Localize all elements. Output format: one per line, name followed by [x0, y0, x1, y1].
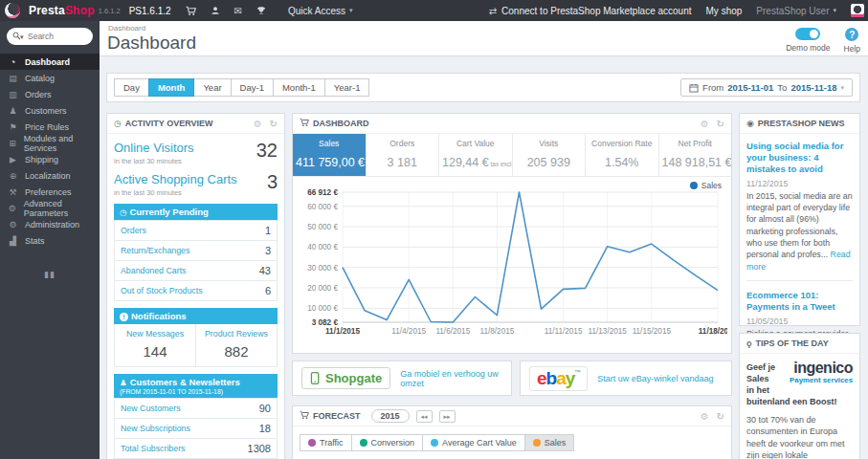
news-article-title[interactable]: Using social media for your business: 4 …	[746, 141, 853, 175]
trophy-icon[interactable]	[256, 6, 266, 15]
y-tick-label: 50 000 €	[307, 223, 338, 231]
online-visitors-stat: Online Visitors in the last 30 minutes 3…	[114, 141, 278, 165]
sidebar-item-stats[interactable]: ▟Stats	[0, 232, 100, 249]
forecast-legend-conversion[interactable]: Conversion	[351, 434, 424, 451]
tips-panel: ϙ TIPS OF THE DAY ingenico Payment servi…	[739, 333, 860, 459]
forward-button[interactable]: ▸▸	[439, 410, 456, 423]
backward-button[interactable]: ◂◂	[416, 410, 433, 423]
notification-label[interactable]: New Messages	[117, 329, 193, 339]
sidebar-item-shipping[interactable]: ▶Shipping	[0, 151, 100, 167]
date-range-button[interactable]: From 2015-11-01 To 2015-11-18 ▾	[680, 78, 853, 97]
user-avatar[interactable]	[851, 4, 864, 17]
sidebar-item-label: Stats	[25, 236, 45, 246]
sidebar-item-catalog[interactable]: ▤Catalog	[0, 70, 100, 86]
advanced-parameters-icon: ⚙	[8, 204, 17, 213]
employee-icon[interactable]	[211, 6, 220, 15]
pending-label[interactable]: Return/Exchanges	[121, 246, 189, 255]
read-more-link[interactable]: Read more	[746, 250, 851, 271]
range-button-month[interactable]: Month	[148, 78, 195, 97]
cart-icon[interactable]	[186, 6, 196, 16]
range-button-month-1[interactable]: Month-1	[273, 78, 325, 97]
demo-mode-toggle[interactable]	[795, 28, 820, 40]
refresh-icon[interactable]: ↻	[270, 119, 278, 129]
breadcrumb[interactable]: Dashboard	[108, 24, 145, 33]
range-button-year[interactable]: Year	[193, 78, 231, 97]
sidebar-item-administration[interactable]: ⚙Administration	[0, 216, 100, 232]
sidebar-item-dashboard[interactable]: ◔Dashboard	[0, 54, 100, 70]
active-carts-sub: in the last 30 minutes	[114, 188, 237, 197]
sidebar-item-label: Advanced Parameters	[24, 199, 100, 218]
range-button-day[interactable]: Day	[114, 78, 149, 97]
kpi-conversion-rate[interactable]: Conversion Rate1.54%	[586, 134, 659, 176]
forecast-year: 2015	[371, 409, 410, 423]
kpi-cart-value[interactable]: Cart Value129,44 € tax excl.	[439, 134, 513, 176]
pending-section: ◷Currently Pending Orders1Return/Exchang…	[114, 204, 278, 301]
sales-line	[343, 192, 718, 322]
quick-access-menu[interactable]: Quick Access▾	[288, 6, 353, 16]
notification-label[interactable]: Product Reviews	[198, 329, 275, 339]
marketplace-link[interactable]: ⇄Connect to PrestaShop Marketplace accou…	[489, 6, 692, 16]
ingenico-subtitle: Payment services	[780, 377, 853, 385]
legend-label: Traffic	[320, 438, 344, 448]
chart-legend[interactable]: Sales	[690, 181, 722, 190]
sidebar-item-price-rules[interactable]: ⚑Price Rules	[0, 119, 100, 135]
sales-chart: Sales 3 082 €10 000 €20 000 €30 000 €40 …	[293, 177, 731, 349]
preferences-icon: ⚒	[8, 187, 18, 197]
kpi-net-profit[interactable]: Net Profit148 918,51 € tax excl.	[659, 134, 732, 176]
sidebar-search[interactable]: ▾	[7, 28, 93, 45]
gear-icon[interactable]: ⚙	[701, 411, 709, 422]
online-visitors-link[interactable]: Online Visitors	[114, 141, 194, 155]
ebay-panel: ebay™ Start uw eBay-winkel vandaag	[520, 361, 732, 396]
sidebar-item-customers[interactable]: ♟Customers	[0, 102, 100, 119]
sidebar-item-label: Modules and Services	[24, 134, 100, 153]
sidebar-item-modules-and-services[interactable]: ⊞Modules and Services	[0, 135, 100, 151]
mail-icon[interactable]: ✉	[234, 6, 242, 16]
news-article: Using social media for your business: 4 …	[746, 141, 853, 273]
range-button-day-1[interactable]: Day-1	[231, 78, 274, 97]
forecast-legend-sales[interactable]: Sales	[524, 434, 575, 451]
sidebar-item-orders[interactable]: ▥Orders	[0, 86, 100, 102]
pending-label[interactable]: Abandoned Carts	[121, 266, 186, 275]
sidebar: ▾ ◔Dashboard▤Catalog▥Orders♟Customers⚑Pr…	[0, 21, 100, 459]
my-shop-link[interactable]: My shop	[706, 6, 743, 16]
user-menu[interactable]: PrestaShop User▾	[756, 6, 836, 16]
active-carts-link[interactable]: Active Shopping Carts	[114, 172, 237, 186]
customer-label[interactable]: New Subscriptions	[121, 424, 190, 433]
search-input[interactable]	[28, 32, 83, 41]
customer-label[interactable]: New Customers	[121, 404, 181, 413]
person-icon: ♟	[120, 378, 127, 387]
forecast-legend-traffic[interactable]: Traffic	[300, 434, 352, 451]
kpi-label: Sales	[296, 139, 363, 148]
ebay-link[interactable]: Start uw eBay-winkel vandaag	[597, 374, 713, 383]
sidebar-collapse-handle[interactable]: ▮▮	[0, 270, 100, 279]
customer-row: New Customers90	[114, 398, 278, 419]
panel-title: FORECAST	[313, 411, 361, 421]
shopgate-logo: Shopgate	[301, 367, 390, 389]
kpi-visits[interactable]: Visits205 939	[513, 134, 587, 176]
forecast-legend-average-cart-value[interactable]: Average Cart Value	[422, 434, 525, 451]
customer-label[interactable]: Total Subscribers	[121, 444, 185, 453]
sidebar-item-localization[interactable]: ⊕Localization	[0, 167, 100, 184]
sidebar-item-advanced-parameters[interactable]: ⚙Advanced Parameters	[0, 200, 100, 216]
help-icon[interactable]: ?	[845, 28, 858, 41]
kpi-orders[interactable]: Orders3 181	[367, 134, 440, 176]
range-button-year-1[interactable]: Year-1	[324, 78, 370, 97]
sidebar-item-preferences[interactable]: ⚒Preferences	[0, 184, 100, 200]
gear-icon[interactable]: ⚙	[701, 119, 709, 129]
news-article-date: 11/12/2015	[746, 179, 853, 188]
shop-version-label: PS1.6.1.2	[129, 6, 171, 16]
prestashop-admin-dashboard: PrestaShop 1.6.1.2 PS1.6.1.2 ✉ Quick Acc…	[0, 0, 868, 459]
kpi-sales[interactable]: Sales411 759,00 € tax excl.	[293, 134, 367, 176]
refresh-icon[interactable]: ↻	[717, 411, 724, 422]
activity-overview-panel: ◷ ACTIVITY OVERVIEW ⚙↻ Online Visitors i…	[106, 113, 285, 459]
notifications-title: Notifications	[131, 311, 187, 321]
gear-icon[interactable]: ⚙	[254, 119, 262, 129]
online-visitors-sub: in the last 30 minutes	[114, 157, 194, 165]
shopgate-link[interactable]: Ga mobiel en verhoog uw omzet	[400, 369, 502, 388]
refresh-icon[interactable]: ↻	[717, 119, 724, 129]
pending-label[interactable]: Out of Stock Products	[121, 286, 203, 295]
cart-icon	[300, 118, 309, 129]
news-article-title[interactable]: Ecommerce 101: Payments in a Tweet	[746, 290, 853, 313]
pending-label[interactable]: Orders	[121, 226, 146, 235]
sidebar-item-label: Preferences	[25, 187, 72, 197]
